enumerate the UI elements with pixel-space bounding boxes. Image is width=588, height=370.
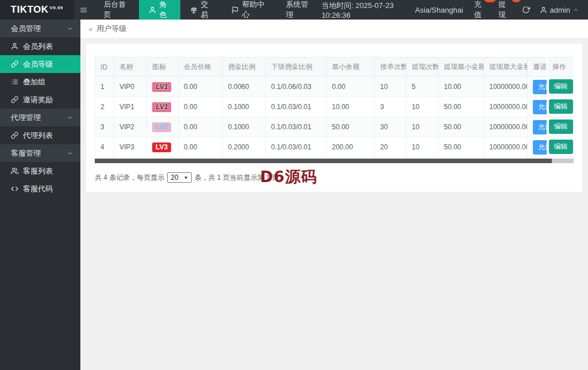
pagination-bar: 共 4 条记录，每页显示 20 ▼ 条，共 1 页当前显示第 1 页。 (95, 172, 574, 183)
withdraw-button[interactable]: 提现 6 (497, 0, 512, 20)
table-row: 2 VIP1 LV1 0.00 0.1000 0.1/0.03/0.01 10.… (95, 97, 574, 117)
breadcrumb: » 用户等级 (80, 20, 588, 38)
sidebar-item-stack-group[interactable]: 叠加组 (0, 73, 80, 91)
nav-item-trade[interactable]: 交易 (180, 0, 222, 20)
edit-button[interactable]: 编辑 (549, 99, 573, 114)
nav-item-label: 后台首页 (103, 0, 129, 20)
sidebar-toggle-button[interactable] (74, 0, 94, 20)
col-header-action: 操作 (547, 57, 574, 76)
sidebar-group-member-management[interactable]: 会员管理 (0, 20, 80, 37)
recharge-badge: 98 (484, 0, 496, 2)
sidebar-item-label: 会员等级 (23, 59, 53, 70)
sidebar-group-agent-management[interactable]: 代理管理 (0, 109, 80, 126)
cell-sub-commission: 0.1/0.03/0.01 (266, 137, 327, 157)
cell-id: 2 (95, 97, 114, 117)
pagination-text-before: 共 4 条记录，每页显示 (95, 173, 164, 183)
nav-item-roles[interactable]: 角色 (139, 0, 180, 20)
nav-item-label: 系统管理 (286, 0, 312, 20)
scrollbar-thumb[interactable] (95, 159, 552, 163)
edit-button[interactable]: 编辑 (549, 79, 573, 94)
topbar: TIKTOK V9.99 后台首页 角色 交易 帮助中心 系统管理 当地时间: … (0, 0, 588, 20)
cell-withdraw-min: 50.00 (439, 97, 484, 117)
app-logo: TIKTOK V9.99 (0, 0, 74, 20)
cell-price: 0.00 (179, 137, 223, 157)
sidebar-group-service-management[interactable]: 客服管理 (0, 144, 80, 162)
user-menu[interactable]: admin (540, 6, 579, 14)
cell-order-count: 30 (375, 117, 407, 137)
cell-min-balance: 0.00 (327, 77, 375, 97)
cell-price: 0.00 (179, 117, 223, 137)
hamburger-icon (80, 6, 87, 14)
cell-withdraw-count: 10 (407, 97, 439, 117)
chevron-down-icon: ▼ (184, 175, 188, 180)
cell-commission: 0.0060 (223, 77, 266, 97)
sidebar-item-agent-list[interactable]: 代理列表 (0, 126, 80, 144)
list-icon (11, 78, 18, 86)
recharge-button[interactable]: 充值 98 (473, 0, 488, 20)
sidebar-item-label: 代理列表 (23, 130, 53, 141)
sidebar-item-service-list[interactable]: 客服列表 (0, 162, 80, 180)
col-header-name: 名称 (114, 57, 147, 77)
cell-withdraw-max: 10000000.00 (484, 117, 528, 137)
nav-item-dashboard[interactable]: 后台首页 (94, 0, 139, 20)
table-row: 3 VIP2 LV2 0.00 0.1000 0.1/0.03/0.01 50.… (95, 117, 574, 137)
link-icon (11, 60, 18, 68)
cell-withdraw-max: 10000000.00 (484, 97, 528, 117)
cell-min-balance: 200.00 (327, 137, 375, 157)
users-icon (11, 167, 18, 175)
sidebar-item-member-list[interactable]: 会员列表 (0, 37, 80, 55)
sidebar-item-label: 叠加组 (23, 77, 45, 87)
breadcrumb-icon: » (88, 25, 92, 33)
local-time-text: 当地时间: 2025-07-23 10:26:36 (322, 1, 407, 20)
cell-withdraw-count: 10 (407, 137, 439, 157)
cell-icon: LV2 (147, 117, 179, 137)
col-header-icon: 图标 (147, 57, 179, 77)
content-card: ID 名称 图标 会员价格 佣金比例 下级佣金比例 最小余额 接单次数 提现次数… (86, 44, 582, 192)
chevron-down-icon (67, 26, 73, 32)
logo-version: V9.99 (50, 5, 63, 10)
sidebar-item-service-code[interactable]: 客服代码 (0, 180, 80, 198)
cell-withdraw-min: 10.00 (439, 77, 484, 97)
col-header-price: 会员价格 (179, 57, 223, 77)
sidebar-item-invite-reward[interactable]: 邀请奖励 (0, 91, 80, 109)
username-text: admin (550, 6, 570, 14)
withdraw-badge: 6 (512, 0, 521, 2)
cell-order-count: 10 (375, 77, 407, 97)
timezone-text: Asia/Shanghai (415, 6, 463, 14)
sidebar-item-label: 邀请奖励 (23, 95, 53, 105)
level-badge: LV1 (152, 82, 171, 92)
cell-withdraw-min: 50.00 (439, 137, 484, 157)
cell-icon: LV1 (147, 77, 179, 97)
sidebar: 会员管理 会员列表 会员等级 叠加组 邀请奖励 代理管理 代理列表 客服管理 客… (0, 20, 80, 370)
code-icon (11, 185, 18, 192)
sidebar-item-label: 客服代码 (23, 184, 53, 194)
table-row: 4 VIP3 LV3 0.00 0.2000 0.1/0.03/0.01 200… (95, 137, 574, 157)
sidebar-item-member-level[interactable]: 会员等级 (0, 55, 80, 73)
page-size-value: 20 (171, 174, 178, 182)
table-header-row: ID 名称 图标 会员价格 佣金比例 下级佣金比例 最小余额 接单次数 提现次数… (95, 57, 574, 77)
col-header-sub-commission: 下级佣金比例 (266, 57, 327, 77)
link-icon (11, 132, 18, 139)
col-header-commission: 佣金比例 (223, 57, 266, 77)
edit-button[interactable]: 编辑 (549, 120, 573, 134)
nav-item-system-management[interactable]: 系统管理 (276, 0, 322, 20)
flag-icon (231, 6, 239, 14)
cell-order-count: 20 (375, 137, 407, 157)
table-scroll-area: ID 名称 图标 会员价格 佣金比例 下级佣金比例 最小余额 接单次数 提现次数… (95, 57, 574, 157)
edit-button[interactable]: 编辑 (549, 140, 573, 154)
horizontal-scrollbar[interactable] (95, 159, 574, 163)
col-header-withdraw-max: 提现最大金额 (484, 57, 528, 77)
col-header-order-count: 接单次数 (375, 57, 407, 77)
breadcrumb-label: 用户等级 (96, 24, 126, 34)
col-header-withdraw-count: 提现次数 (407, 57, 439, 77)
cell-withdraw-max: 10000000.00 (484, 137, 528, 157)
refresh-button[interactable] (522, 6, 530, 14)
page-size-select[interactable]: 20 ▼ (167, 172, 191, 183)
link-icon (11, 96, 18, 103)
sidebar-group-label: 客服管理 (11, 148, 41, 159)
nav-item-label: 交易 (200, 0, 212, 20)
withdraw-label: 提现 (498, 0, 506, 19)
logo-text: TIKTOK (11, 4, 49, 16)
nav-item-help-center[interactable]: 帮助中心 (222, 0, 276, 20)
cell-commission: 0.1000 (223, 117, 266, 137)
